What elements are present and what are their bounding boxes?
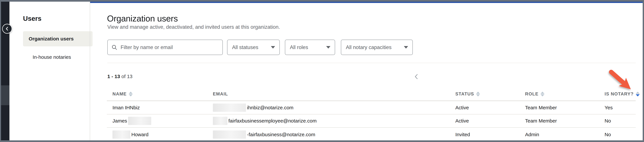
cell-text: James: [112, 118, 127, 124]
dropdown-label: All notary capacities: [346, 44, 392, 50]
cell-is-notary: No: [604, 128, 611, 141]
column-header-status[interactable]: STATUS: [455, 87, 480, 101]
cell-status: Invited: [455, 128, 470, 141]
chevron-left-icon: [413, 73, 420, 80]
dropdown-label: All roles: [290, 44, 308, 50]
window-frame: [0, 0, 1, 142]
cell-is-notary: Yes: [604, 101, 613, 114]
cell-status: Active: [455, 101, 469, 114]
column-label: ROLE: [525, 91, 538, 97]
cell-name: James: [112, 114, 151, 127]
sort-icon[interactable]: [636, 92, 640, 96]
sidebar-item-organization-users[interactable]: Organization users: [23, 31, 92, 46]
cell-role: Team Member: [525, 114, 557, 127]
sidebar-divider: [90, 2, 90, 140]
cell-email: ihnbiz@notarize.com: [213, 101, 294, 114]
table-row[interactable]: Iman IHNbizihnbiz@notarize.comActiveTeam…: [107, 101, 636, 114]
search-input[interactable]: [120, 44, 222, 51]
section-divider: [107, 63, 636, 63]
cell-text: -fairfaxbusiness@notarize.com: [247, 132, 315, 137]
sort-icon[interactable]: [129, 92, 133, 96]
sidebar-collapse-button[interactable]: [2, 24, 12, 34]
window-frame: [0, 140, 644, 142]
pagination-total: of 13: [122, 74, 132, 79]
pagination-prev-button[interactable]: [412, 72, 421, 81]
redacted-block: [112, 131, 130, 139]
pagination-label: 1 - 13 of 13: [107, 74, 132, 79]
page-subtitle: View and manage active, deactivated, and…: [107, 24, 280, 30]
search-icon: [112, 45, 117, 50]
column-header-name[interactable]: NAME: [112, 87, 133, 101]
sidebar-item-label: In-house notaries: [33, 54, 71, 60]
cell-role: Team Member: [525, 101, 557, 114]
column-label: IS NOTARY?: [604, 91, 634, 97]
sort-down-triangle: [636, 94, 640, 96]
redacted-block: [213, 131, 246, 139]
sort-up-triangle: [636, 92, 640, 94]
window-frame: [0, 0, 644, 2]
cell-email: fairfaxbusinessemployee@notarize.com: [213, 114, 316, 127]
cell-text: Iman IHNbiz: [112, 105, 140, 110]
cell-text: fairfaxbusinessemployee@notarize.com: [228, 118, 316, 124]
table-header-row: NAMEEMAILSTATUSROLEIS NOTARY?: [107, 87, 636, 101]
sort-up-triangle: [540, 92, 544, 94]
cell-text: Howard: [131, 132, 148, 137]
redacted-block: [128, 117, 151, 125]
notary-capacity-filter-dropdown[interactable]: All notary capacities: [341, 40, 413, 55]
cell-status: Active: [455, 114, 469, 127]
page-title: Organization users: [107, 13, 178, 23]
sort-down-triangle: [129, 94, 133, 96]
column-label: NAME: [112, 91, 127, 97]
caret-down-icon: [404, 46, 408, 49]
cell-name: Iman IHNbiz: [112, 101, 140, 114]
cell-is-notary: No: [604, 114, 611, 127]
sort-down-triangle: [476, 94, 480, 96]
table-row[interactable]: Jamesfairfaxbusinessemployee@notarize.co…: [107, 114, 636, 128]
window-frame: [643, 0, 644, 142]
caret-down-icon: [326, 46, 330, 49]
redacted-block: [213, 104, 246, 112]
cell-role: Admin: [525, 128, 539, 141]
sidebar: Users Organization users In-house notari…: [10, 2, 90, 140]
caret-down-icon: [271, 46, 275, 49]
sidebar-item-label: Organization users: [29, 36, 74, 41]
table-row[interactable]: Howard-fairfaxbusiness@notarize.comInvit…: [107, 128, 636, 141]
sidebar-title: Users: [23, 15, 42, 22]
sort-icon[interactable]: [476, 92, 480, 96]
column-label: EMAIL: [213, 91, 228, 97]
redacted-block: [213, 117, 228, 125]
dropdown-label: All statuses: [232, 44, 258, 50]
cell-name: Howard: [112, 128, 148, 141]
sort-up-triangle: [129, 92, 133, 94]
sort-icon[interactable]: [540, 92, 544, 96]
sort-up-triangle: [476, 92, 480, 94]
sidebar-item-in-house-notaries[interactable]: In-house notaries: [23, 52, 92, 63]
column-label: STATUS: [455, 91, 474, 97]
top-accent-line: [90, 2, 643, 3]
nav-rail: [1, 2, 10, 140]
cell-email: -fairfaxbusiness@notarize.com: [213, 128, 315, 141]
sort-down-triangle: [540, 94, 544, 96]
nav-rail-highlight[interactable]: [1, 85, 10, 105]
pagination-range: 1 - 13: [107, 74, 120, 79]
role-filter-dropdown[interactable]: All roles: [285, 40, 335, 55]
column-header-email: EMAIL: [213, 87, 228, 101]
chevron-left-icon: [4, 26, 10, 32]
column-header-role[interactable]: ROLE: [525, 87, 544, 101]
cell-text: ihnbiz@notarize.com: [247, 105, 294, 110]
status-filter-dropdown[interactable]: All statuses: [227, 40, 280, 55]
app-window: Users Organization users In-house notari…: [0, 0, 644, 142]
search-box[interactable]: [107, 40, 223, 55]
column-header-is-notary[interactable]: IS NOTARY?: [604, 87, 640, 101]
